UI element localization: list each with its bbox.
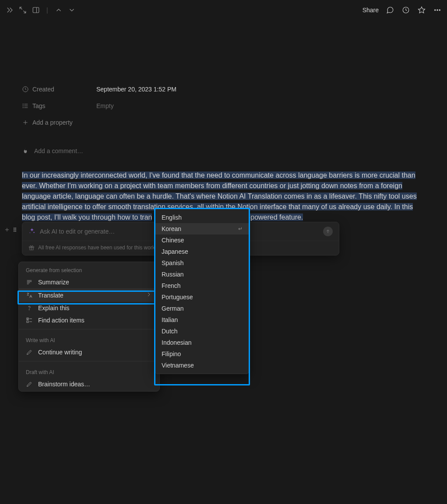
prop-label: Tags [32, 102, 46, 109]
svg-rect-37 [27, 321, 28, 322]
clock-icon [22, 86, 29, 93]
ai-submit-button[interactable] [323, 227, 333, 236]
ai-context-menu: Generate from selection Summarize Transl… [18, 262, 160, 392]
svg-point-24 [14, 231, 14, 232]
summarize-icon [26, 279, 33, 286]
svg-point-34 [29, 309, 29, 310]
svg-point-14 [23, 105, 23, 106]
plus-icon [22, 119, 29, 126]
lang-option-russian[interactable]: Russian [155, 269, 249, 280]
menu-summarize[interactable]: Summarize [19, 276, 159, 288]
question-icon [26, 304, 33, 312]
checklist-icon [26, 317, 33, 324]
plus-icon[interactable] [4, 227, 10, 233]
prop-value: Empty [96, 102, 114, 109]
svg-point-20 [14, 228, 14, 229]
lang-option-vietnamese[interactable]: Vietnamese [155, 360, 249, 371]
comment-bubble-icon[interactable] [386, 6, 394, 14]
svg-point-13 [23, 104, 23, 104]
menu-section-generate: Generate from selection [19, 262, 159, 276]
menu-action-items[interactable]: Find action items [19, 314, 159, 326]
prop-value: September 20, 2023 1:52 PM [96, 86, 176, 93]
lang-option-indonesian[interactable]: Indonesian [155, 337, 249, 348]
property-tags[interactable]: Tags Empty [22, 98, 425, 114]
lang-option-chinese[interactable]: Chinese [155, 234, 249, 246]
add-property-button[interactable]: Add a property [22, 114, 425, 131]
sparkle-icon [28, 228, 35, 236]
block-handles[interactable] [4, 227, 18, 233]
share-button[interactable]: Share [363, 7, 379, 14]
svg-point-21 [15, 228, 16, 229]
expand-chevrons-icon[interactable] [5, 6, 14, 14]
svg-marker-5 [419, 7, 425, 13]
svg-point-25 [15, 231, 16, 232]
enter-key-icon: ↵ [238, 226, 243, 232]
peek-panel-icon[interactable] [32, 6, 40, 14]
drag-handle-icon[interactable] [12, 227, 18, 233]
expand-diagonal-icon[interactable] [18, 6, 27, 14]
clock-icon[interactable] [401, 6, 410, 14]
svg-rect-2 [33, 7, 39, 13]
lang-option-portuguese[interactable]: Portuguese [155, 291, 249, 303]
svg-line-1 [24, 10, 26, 13]
menu-continue-writing[interactable]: Continue writing [19, 346, 159, 358]
add-property-label: Add a property [32, 119, 73, 126]
ai-notice-text: All free AI responses have been used for… [38, 245, 158, 251]
topbar: | Share [0, 0, 447, 20]
next-down-icon[interactable] [67, 6, 76, 14]
lang-option-italian[interactable]: Italian [155, 314, 249, 326]
add-comment[interactable]: Add a comment… [22, 144, 425, 158]
translate-language-menu: EnglishKorean↵ChineseJapaneseSpanishRuss… [155, 209, 249, 374]
pencil-icon [26, 381, 33, 388]
prev-up-icon[interactable] [54, 6, 63, 14]
lang-option-german[interactable]: German [155, 303, 249, 314]
svg-point-15 [23, 107, 23, 108]
prop-label: Created [32, 86, 54, 93]
list-icon [22, 102, 29, 109]
svg-point-6 [435, 9, 436, 10]
separator: | [46, 7, 48, 14]
comment-placeholder: Add a comment… [34, 147, 83, 154]
menu-translate[interactable]: Translate [19, 288, 159, 302]
menu-section-write: Write with AI [19, 332, 159, 346]
chevron-right-icon [145, 291, 152, 299]
body-text-after: I-powered feature. [246, 214, 303, 221]
gift-icon [28, 245, 35, 251]
lang-option-dutch[interactable]: Dutch [155, 326, 249, 337]
fire-icon [22, 147, 29, 155]
pencil-icon [26, 349, 33, 356]
lang-option-japanese[interactable]: Japanese [155, 246, 249, 257]
star-icon[interactable] [417, 6, 426, 14]
lang-option-english[interactable]: English [155, 212, 249, 223]
property-created[interactable]: Created September 20, 2023 1:52 PM [22, 81, 425, 98]
svg-point-7 [437, 9, 438, 10]
svg-point-22 [14, 229, 14, 230]
lang-option-filipino[interactable]: Filipino [155, 348, 249, 360]
more-dots-icon[interactable] [433, 6, 442, 14]
translate-icon [26, 292, 33, 299]
lang-option-french[interactable]: French [155, 280, 249, 291]
menu-section-draft: Draft with AI [19, 364, 159, 378]
svg-point-23 [15, 229, 16, 230]
menu-brainstorm[interactable]: Brainstorm ideas… [19, 378, 159, 390]
svg-line-0 [20, 7, 22, 9]
lang-option-korean[interactable]: Korean↵ [155, 223, 249, 234]
lang-option-spanish[interactable]: Spanish [155, 257, 249, 269]
menu-explain[interactable]: Explain this [19, 302, 159, 314]
svg-point-8 [439, 9, 440, 10]
